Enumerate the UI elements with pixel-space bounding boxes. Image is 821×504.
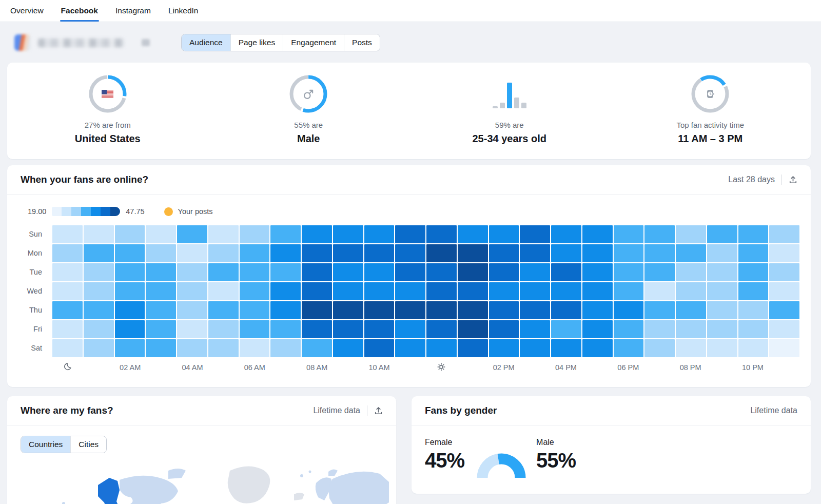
heatmap-cell[interactable] bbox=[614, 320, 644, 338]
heatmap-cell[interactable] bbox=[458, 301, 488, 319]
heatmap-cell[interactable] bbox=[458, 320, 488, 338]
heatmap-cell[interactable] bbox=[84, 263, 114, 281]
heatmap-cell[interactable] bbox=[84, 282, 114, 300]
heatmap-cell[interactable] bbox=[489, 320, 519, 338]
heatmap-cell[interactable] bbox=[333, 282, 363, 300]
heatmap-cell[interactable] bbox=[582, 320, 613, 338]
heatmap-cell[interactable] bbox=[302, 282, 332, 300]
heatmap-cell[interactable] bbox=[676, 320, 706, 338]
heatmap-cell[interactable] bbox=[302, 320, 332, 338]
heatmap-cell[interactable] bbox=[738, 282, 769, 300]
heatmap-cell[interactable] bbox=[676, 339, 706, 357]
heatmap-cell[interactable] bbox=[115, 263, 145, 281]
heatmap-cell[interactable] bbox=[489, 301, 519, 319]
heatmap-cell[interactable] bbox=[240, 339, 270, 357]
heatmap-cell[interactable] bbox=[208, 320, 239, 338]
heatmap-cell[interactable] bbox=[270, 282, 301, 300]
heatmap-cell[interactable] bbox=[738, 225, 769, 243]
heatmap-cell[interactable] bbox=[644, 244, 675, 262]
heatmap-cell[interactable] bbox=[551, 339, 581, 357]
heatmap-cell[interactable] bbox=[582, 301, 613, 319]
heatmap-cell[interactable] bbox=[364, 339, 395, 357]
heatmap-cell[interactable] bbox=[707, 244, 737, 262]
heatmap-cell[interactable] bbox=[582, 339, 613, 357]
heatmap-cell[interactable] bbox=[644, 339, 675, 357]
heatmap-cell[interactable] bbox=[177, 339, 207, 357]
heatmap-cell[interactable] bbox=[707, 320, 737, 338]
nav-tab-facebook[interactable]: Facebook bbox=[60, 0, 99, 22]
nav-tab-overview[interactable]: Overview bbox=[9, 0, 45, 22]
heatmap-cell[interactable] bbox=[84, 301, 114, 319]
heatmap-cell[interactable] bbox=[302, 225, 332, 243]
heatmap-cell[interactable] bbox=[614, 339, 644, 357]
heatmap-cell[interactable] bbox=[769, 225, 799, 243]
heatmap-cell[interactable] bbox=[52, 301, 83, 319]
heatmap-cell[interactable] bbox=[84, 339, 114, 357]
heatmap-cell[interactable] bbox=[644, 282, 675, 300]
heatmap-cell[interactable] bbox=[302, 301, 332, 319]
heatmap-cell[interactable] bbox=[551, 244, 581, 262]
heatmap-cell[interactable] bbox=[270, 244, 301, 262]
heatmap-cell[interactable] bbox=[551, 301, 581, 319]
heatmap-cell[interactable] bbox=[333, 244, 363, 262]
heatmap-cell[interactable] bbox=[458, 339, 488, 357]
heatmap-cell[interactable] bbox=[208, 282, 239, 300]
heatmap-cell[interactable] bbox=[614, 244, 644, 262]
heatmap-cell[interactable] bbox=[364, 282, 395, 300]
heatmap-cell[interactable] bbox=[333, 320, 363, 338]
export-icon[interactable] bbox=[789, 176, 797, 184]
heatmap-cell[interactable] bbox=[52, 282, 83, 300]
heatmap-cell[interactable] bbox=[115, 282, 145, 300]
nav-tab-linkedin[interactable]: LinkedIn bbox=[167, 0, 200, 22]
export-icon[interactable] bbox=[374, 406, 383, 415]
heatmap-cell[interactable] bbox=[644, 225, 675, 243]
heatmap-cell[interactable] bbox=[489, 263, 519, 281]
heatmap-cell[interactable] bbox=[676, 225, 706, 243]
heatmap-cell[interactable] bbox=[458, 225, 488, 243]
heatmap-cell[interactable] bbox=[270, 225, 301, 243]
heatmap-cell[interactable] bbox=[676, 263, 706, 281]
heatmap-cell[interactable] bbox=[769, 244, 799, 262]
heatmap-cell[interactable] bbox=[146, 282, 176, 300]
tab-engagement[interactable]: Engagement bbox=[283, 34, 344, 51]
heatmap-cell[interactable] bbox=[614, 225, 644, 243]
heatmap-cell[interactable] bbox=[551, 320, 581, 338]
heatmap-cell[interactable] bbox=[769, 339, 799, 357]
heatmap-cell[interactable] bbox=[426, 244, 457, 262]
heatmap-cell[interactable] bbox=[208, 225, 239, 243]
heatmap-cell[interactable] bbox=[644, 320, 675, 338]
heatmap-cell[interactable] bbox=[115, 320, 145, 338]
heatmap-cell[interactable] bbox=[458, 282, 488, 300]
heatmap-cell[interactable] bbox=[333, 339, 363, 357]
heatmap-cell[interactable] bbox=[270, 263, 301, 281]
heatmap-cell[interactable] bbox=[177, 301, 207, 319]
heatmap-cell[interactable] bbox=[676, 244, 706, 262]
heatmap-cell[interactable] bbox=[270, 339, 301, 357]
heatmap-cell[interactable] bbox=[52, 263, 83, 281]
heatmap-cell[interactable] bbox=[240, 320, 270, 338]
heatmap-cell[interactable] bbox=[707, 301, 737, 319]
heatmap-cell[interactable] bbox=[520, 301, 550, 319]
heatmap-cell[interactable] bbox=[364, 320, 395, 338]
heatmap-cell[interactable] bbox=[489, 339, 519, 357]
heatmap-cell[interactable] bbox=[240, 263, 270, 281]
tab-posts[interactable]: Posts bbox=[344, 34, 380, 51]
nav-tab-instagram[interactable]: Instagram bbox=[114, 0, 152, 22]
heatmap-cell[interactable] bbox=[240, 282, 270, 300]
heatmap-cell[interactable] bbox=[426, 282, 457, 300]
heatmap-cell[interactable] bbox=[240, 301, 270, 319]
heatmap-cell[interactable] bbox=[395, 301, 425, 319]
heatmap-cell[interactable] bbox=[146, 244, 176, 262]
heatmap-cell[interactable] bbox=[364, 244, 395, 262]
heatmap-cell[interactable] bbox=[520, 282, 550, 300]
heatmap-cell[interactable] bbox=[769, 263, 799, 281]
heatmap-cell[interactable] bbox=[738, 320, 769, 338]
heatmap-cell[interactable] bbox=[84, 244, 114, 262]
heatmap-cell[interactable] bbox=[426, 320, 457, 338]
heatmap-cell[interactable] bbox=[551, 225, 581, 243]
heatmap-cell[interactable] bbox=[177, 244, 207, 262]
heatmap-cell[interactable] bbox=[364, 301, 395, 319]
heatmap-cell[interactable] bbox=[707, 282, 737, 300]
heatmap-cell[interactable] bbox=[302, 339, 332, 357]
heatmap-cell[interactable] bbox=[52, 339, 83, 357]
